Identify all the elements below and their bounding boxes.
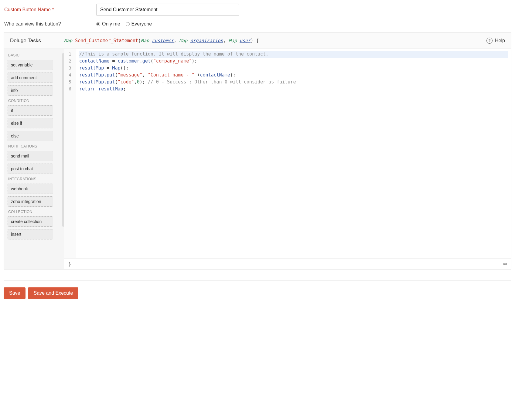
code-area[interactable]: //This is a sample function. It will dis…	[76, 49, 511, 258]
keyboard-icon[interactable]: ⌨	[503, 260, 507, 268]
task-set-variable[interactable]: set variable	[8, 60, 53, 70]
task-info[interactable]: info	[8, 85, 53, 96]
task-if[interactable]: if	[8, 105, 53, 116]
task-insert[interactable]: insert	[8, 229, 53, 239]
task-send-mail[interactable]: send mail	[8, 151, 53, 161]
task-else-if[interactable]: else if	[8, 118, 53, 128]
radio-icon	[96, 22, 100, 26]
visibility-only-me-label: Only me	[102, 21, 120, 27]
help-link[interactable]: ? Help	[486, 38, 505, 44]
line-gutter: 123456	[64, 49, 76, 258]
save-and-execute-button[interactable]: Save and Execute	[28, 287, 78, 299]
task-post-to-chat[interactable]: post to chat	[8, 164, 53, 174]
deluge-panel: Deluge Tasks Map Send_Customer_Statement…	[4, 32, 511, 269]
help-label: Help	[495, 38, 505, 43]
sidebar-heading: BASIC	[8, 53, 60, 57]
radio-icon	[126, 22, 130, 26]
save-button[interactable]: Save	[4, 287, 26, 299]
sidebar-heading: CONDITION	[8, 99, 60, 103]
closing-brace: }	[68, 261, 71, 267]
task-add-comment[interactable]: add comment	[8, 73, 53, 83]
function-signature: Map Send_Customer_Statement(Map customer…	[64, 38, 486, 43]
code-editor[interactable]: 123456 //This is a sample function. It w…	[64, 49, 511, 258]
help-icon: ?	[486, 38, 493, 44]
tasks-sidebar: BASICset variableadd commentinfoCONDITIO…	[4, 49, 64, 269]
visibility-label: Who can view this button?	[4, 21, 96, 27]
sidebar-heading: COLLECTION	[8, 210, 60, 214]
visibility-everyone-radio[interactable]: Everyone	[126, 21, 152, 27]
panel-title: Deluge Tasks	[10, 38, 64, 44]
task-create-collection[interactable]: create collection	[8, 216, 53, 227]
sidebar-heading: INTEGRATIONS	[8, 177, 60, 181]
custom-button-name-input[interactable]	[96, 4, 239, 16]
task-else[interactable]: else	[8, 131, 53, 141]
custom-button-name-label: Custom Button Name *	[4, 7, 96, 12]
task-webhook[interactable]: webhook	[8, 184, 53, 194]
visibility-only-me-radio[interactable]: Only me	[96, 21, 120, 27]
sidebar-heading: NOTIFICATIONS	[8, 144, 60, 148]
task-zoho-integration[interactable]: zoho integration	[8, 196, 53, 207]
visibility-everyone-label: Everyone	[131, 21, 152, 27]
